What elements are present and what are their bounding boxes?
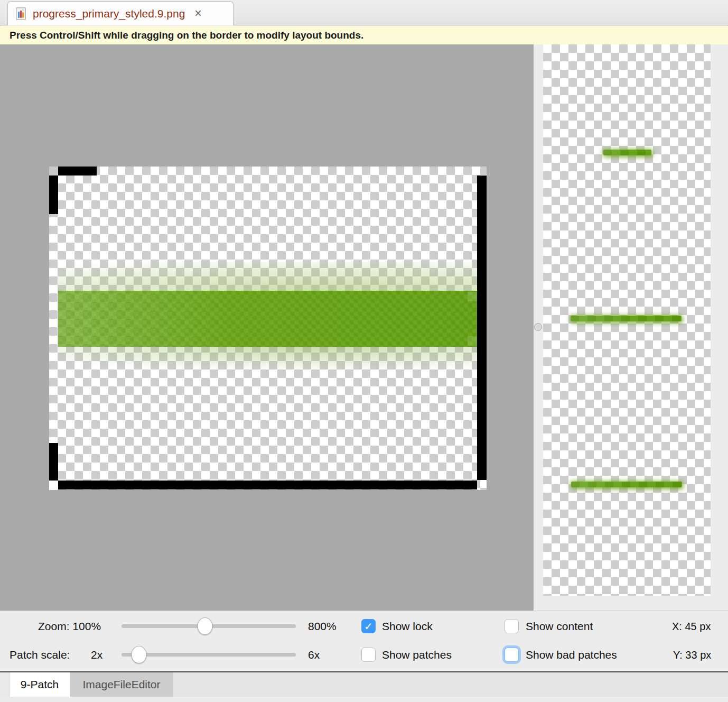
patch-scale-slider-track[interactable] bbox=[122, 653, 296, 657]
edit-canvas[interactable] bbox=[0, 44, 534, 611]
tab-9-patch[interactable]: 9-Patch bbox=[10, 672, 70, 697]
preview-pane bbox=[543, 44, 728, 611]
nine-patch-editor-window: progress_primary_styled.9.png × Press Co… bbox=[0, 0, 728, 702]
corner-pixel-top-left[interactable] bbox=[49, 167, 58, 176]
show-lock-label: Show lock bbox=[382, 620, 433, 633]
control-bar: Zoom: 100% 800% Show lock Show content X… bbox=[0, 611, 728, 671]
preview-bar-segments bbox=[603, 150, 651, 155]
show-content-label: Show content bbox=[526, 620, 593, 633]
view-tab-bar-gutter bbox=[0, 672, 10, 697]
patch-scale-slider-knob[interactable] bbox=[132, 646, 147, 663]
padding-mark-right[interactable] bbox=[477, 176, 487, 480]
info-banner: Press Control/Shift while dragging on th… bbox=[0, 26, 728, 44]
zoom-slider-knob[interactable] bbox=[198, 617, 213, 635]
stretch-mark-left-lower[interactable] bbox=[49, 443, 58, 481]
close-icon[interactable]: × bbox=[194, 7, 201, 20]
green-glow-top bbox=[58, 262, 477, 291]
green-glow-bottom bbox=[58, 347, 477, 369]
show-lock-checkbox[interactable] bbox=[361, 619, 376, 633]
info-banner-text: Press Control/Shift while dragging on th… bbox=[10, 30, 363, 41]
show-patches-label: Show patches bbox=[382, 649, 452, 661]
padding-mark-bottom[interactable] bbox=[58, 481, 477, 489]
show-patches-checkbox[interactable] bbox=[361, 648, 376, 662]
stretch-mark-left-upper[interactable] bbox=[49, 176, 58, 214]
zoom-max-label: 800% bbox=[308, 620, 337, 633]
patch-scale-slider[interactable] bbox=[122, 646, 296, 663]
show-bad-patches-label: Show bad patches bbox=[526, 649, 617, 661]
tab-image-file-editor[interactable]: ImageFileEditor bbox=[70, 672, 173, 697]
preview-bar-segments bbox=[571, 316, 682, 321]
green-progress-band bbox=[58, 291, 477, 347]
corner-pixel-bottom-left[interactable] bbox=[49, 481, 58, 489]
cursor-x-status: X: 45 px bbox=[672, 621, 711, 633]
stretch-mark-top[interactable] bbox=[58, 167, 97, 176]
patch-scale-label: Patch scale: bbox=[10, 649, 70, 661]
patch-scale-max-label: 6x bbox=[308, 649, 320, 661]
show-bad-patches-checkbox[interactable] bbox=[505, 648, 519, 662]
main-area bbox=[0, 44, 728, 611]
editor-tab-title: progress_primary_styled.9.png bbox=[33, 7, 185, 20]
zoom-label: Zoom: 100% bbox=[38, 620, 101, 633]
preview-bar-segments bbox=[571, 482, 682, 487]
view-tab-bar: 9-Patch ImageFileEditor bbox=[0, 671, 728, 697]
editor-tab-active[interactable]: progress_primary_styled.9.png × bbox=[7, 1, 234, 25]
patch-scale-min-label: 2x bbox=[91, 649, 102, 661]
window-bottom-strip bbox=[0, 697, 728, 702]
nine-patch-image[interactable] bbox=[49, 167, 487, 490]
pane-splitter[interactable] bbox=[534, 44, 543, 611]
zoom-slider[interactable] bbox=[122, 617, 296, 634]
green-band-pixel-checker bbox=[58, 291, 477, 347]
editor-tab-bar: progress_primary_styled.9.png × bbox=[0, 0, 728, 25]
preview-checkerboard bbox=[543, 44, 711, 596]
cursor-y-status: Y: 33 px bbox=[673, 649, 711, 661]
preview-bar-large bbox=[571, 482, 682, 487]
green-pixel-artifact bbox=[468, 292, 477, 301]
image-file-icon bbox=[15, 7, 26, 21]
splitter-handle[interactable] bbox=[534, 323, 542, 331]
preview-bar-small bbox=[603, 150, 651, 155]
show-content-checkbox[interactable] bbox=[505, 619, 519, 633]
preview-bar-medium bbox=[571, 316, 682, 321]
green-pixel-artifact bbox=[468, 336, 477, 346]
